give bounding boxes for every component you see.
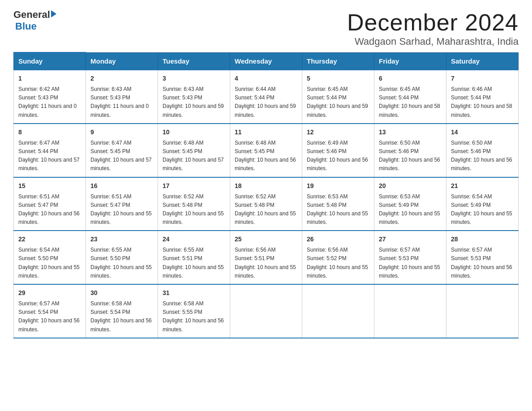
calendar-week-row: 1Sunrise: 6:42 AMSunset: 5:43 PMDaylight… bbox=[14, 70, 519, 124]
calendar-cell bbox=[374, 284, 446, 338]
day-info: Sunrise: 6:44 AMSunset: 5:44 PMDaylight:… bbox=[235, 86, 296, 118]
day-info: Sunrise: 6:58 AMSunset: 5:54 PMDaylight:… bbox=[90, 300, 152, 333]
calendar-cell bbox=[230, 284, 302, 338]
day-number: 3 bbox=[163, 74, 225, 83]
day-info: Sunrise: 6:54 AMSunset: 5:50 PMDaylight:… bbox=[18, 247, 80, 279]
calendar-cell: 3Sunrise: 6:43 AMSunset: 5:43 PMDaylight… bbox=[158, 70, 230, 124]
day-info: Sunrise: 6:54 AMSunset: 5:49 PMDaylight:… bbox=[451, 193, 512, 226]
calendar-cell: 19Sunrise: 6:53 AMSunset: 5:48 PMDayligh… bbox=[302, 177, 374, 231]
calendar-cell bbox=[302, 284, 374, 338]
calendar-header-wednesday: Wednesday bbox=[230, 52, 302, 70]
calendar-cell: 21Sunrise: 6:54 AMSunset: 5:49 PMDayligh… bbox=[446, 177, 519, 231]
calendar-cell: 27Sunrise: 6:57 AMSunset: 5:53 PMDayligh… bbox=[374, 231, 446, 284]
calendar-cell: 14Sunrise: 6:50 AMSunset: 5:46 PMDayligh… bbox=[446, 124, 519, 177]
calendar-header-tuesday: Tuesday bbox=[158, 52, 230, 70]
day-info: Sunrise: 6:51 AMSunset: 5:47 PMDaylight:… bbox=[90, 193, 152, 226]
day-info: Sunrise: 6:52 AMSunset: 5:48 PMDaylight:… bbox=[235, 193, 296, 226]
day-number: 16 bbox=[90, 181, 153, 191]
day-number: 31 bbox=[163, 288, 225, 298]
day-info: Sunrise: 6:48 AMSunset: 5:45 PMDaylight:… bbox=[163, 140, 224, 172]
calendar-header-saturday: Saturday bbox=[446, 52, 519, 70]
calendar-cell: 10Sunrise: 6:48 AMSunset: 5:45 PMDayligh… bbox=[158, 124, 230, 177]
calendar-cell: 24Sunrise: 6:55 AMSunset: 5:51 PMDayligh… bbox=[158, 231, 230, 284]
day-number: 19 bbox=[307, 181, 369, 191]
day-number: 9 bbox=[90, 128, 153, 137]
calendar-cell: 6Sunrise: 6:45 AMSunset: 5:44 PMDaylight… bbox=[374, 70, 446, 124]
calendar-table: SundayMondayTuesdayWednesdayThursdayFrid… bbox=[13, 52, 519, 338]
logo-arrow-icon bbox=[51, 10, 56, 17]
calendar-cell: 18Sunrise: 6:52 AMSunset: 5:48 PMDayligh… bbox=[230, 177, 302, 231]
day-info: Sunrise: 6:58 AMSunset: 5:55 PMDaylight:… bbox=[163, 300, 224, 333]
calendar-cell: 25Sunrise: 6:56 AMSunset: 5:51 PMDayligh… bbox=[230, 231, 302, 284]
day-number: 21 bbox=[451, 181, 514, 191]
day-number: 18 bbox=[235, 181, 297, 191]
day-info: Sunrise: 6:50 AMSunset: 5:46 PMDaylight:… bbox=[379, 140, 440, 172]
day-info: Sunrise: 6:48 AMSunset: 5:45 PMDaylight:… bbox=[235, 140, 296, 172]
day-number: 11 bbox=[235, 128, 297, 137]
day-info: Sunrise: 6:51 AMSunset: 5:47 PMDaylight:… bbox=[18, 193, 80, 226]
calendar-cell: 30Sunrise: 6:58 AMSunset: 5:54 PMDayligh… bbox=[86, 284, 158, 338]
day-info: Sunrise: 6:56 AMSunset: 5:52 PMDaylight:… bbox=[307, 247, 368, 279]
day-info: Sunrise: 6:52 AMSunset: 5:48 PMDaylight:… bbox=[163, 193, 224, 226]
calendar-week-row: 15Sunrise: 6:51 AMSunset: 5:47 PMDayligh… bbox=[14, 177, 519, 231]
calendar-cell: 17Sunrise: 6:52 AMSunset: 5:48 PMDayligh… bbox=[158, 177, 230, 231]
calendar-header-thursday: Thursday bbox=[302, 52, 374, 70]
day-info: Sunrise: 6:42 AMSunset: 5:43 PMDaylight:… bbox=[18, 86, 77, 118]
day-number: 5 bbox=[307, 74, 369, 83]
main-title: December 2024 bbox=[347, 9, 519, 36]
calendar-cell: 9Sunrise: 6:47 AMSunset: 5:45 PMDaylight… bbox=[86, 124, 158, 177]
day-info: Sunrise: 6:56 AMSunset: 5:51 PMDaylight:… bbox=[235, 247, 296, 279]
day-number: 12 bbox=[307, 128, 369, 137]
day-number: 2 bbox=[90, 74, 153, 83]
day-number: 1 bbox=[18, 74, 81, 83]
day-info: Sunrise: 6:53 AMSunset: 5:48 PMDaylight:… bbox=[307, 193, 368, 226]
calendar-cell: 20Sunrise: 6:53 AMSunset: 5:49 PMDayligh… bbox=[374, 177, 446, 231]
calendar-cell: 31Sunrise: 6:58 AMSunset: 5:55 PMDayligh… bbox=[158, 284, 230, 338]
calendar-week-row: 29Sunrise: 6:57 AMSunset: 5:54 PMDayligh… bbox=[14, 284, 519, 338]
day-number: 20 bbox=[379, 181, 442, 191]
day-number: 6 bbox=[379, 74, 442, 83]
day-info: Sunrise: 6:55 AMSunset: 5:50 PMDaylight:… bbox=[90, 247, 152, 279]
calendar-cell: 16Sunrise: 6:51 AMSunset: 5:47 PMDayligh… bbox=[86, 177, 158, 231]
logo-blue-text: Blue bbox=[15, 21, 56, 32]
day-number: 26 bbox=[307, 235, 369, 244]
day-info: Sunrise: 6:46 AMSunset: 5:44 PMDaylight:… bbox=[451, 86, 512, 118]
calendar-cell: 11Sunrise: 6:48 AMSunset: 5:45 PMDayligh… bbox=[230, 124, 302, 177]
day-info: Sunrise: 6:53 AMSunset: 5:49 PMDaylight:… bbox=[379, 193, 440, 226]
day-info: Sunrise: 6:49 AMSunset: 5:46 PMDaylight:… bbox=[307, 140, 368, 172]
day-number: 30 bbox=[90, 288, 153, 298]
day-info: Sunrise: 6:45 AMSunset: 5:44 PMDaylight:… bbox=[379, 86, 440, 118]
calendar-week-row: 8Sunrise: 6:47 AMSunset: 5:44 PMDaylight… bbox=[14, 124, 519, 177]
day-info: Sunrise: 6:47 AMSunset: 5:45 PMDaylight:… bbox=[90, 140, 152, 172]
day-info: Sunrise: 6:57 AMSunset: 5:54 PMDaylight:… bbox=[18, 300, 80, 333]
calendar-week-row: 22Sunrise: 6:54 AMSunset: 5:50 PMDayligh… bbox=[14, 231, 519, 284]
day-number: 29 bbox=[18, 288, 81, 298]
calendar-cell: 28Sunrise: 6:57 AMSunset: 5:53 PMDayligh… bbox=[446, 231, 519, 284]
day-number: 24 bbox=[163, 235, 225, 244]
calendar-cell: 7Sunrise: 6:46 AMSunset: 5:44 PMDaylight… bbox=[446, 70, 519, 124]
calendar-header-sunday: Sunday bbox=[14, 52, 86, 70]
calendar-header-monday: Monday bbox=[86, 52, 158, 70]
logo: General Blue bbox=[13, 9, 56, 32]
day-number: 15 bbox=[18, 181, 81, 191]
day-info: Sunrise: 6:55 AMSunset: 5:51 PMDaylight:… bbox=[163, 247, 224, 279]
calendar-cell: 12Sunrise: 6:49 AMSunset: 5:46 PMDayligh… bbox=[302, 124, 374, 177]
calendar-cell: 5Sunrise: 6:45 AMSunset: 5:44 PMDaylight… bbox=[302, 70, 374, 124]
calendar-cell: 8Sunrise: 6:47 AMSunset: 5:44 PMDaylight… bbox=[14, 124, 86, 177]
calendar-header-friday: Friday bbox=[374, 52, 446, 70]
day-number: 13 bbox=[379, 128, 442, 137]
page-header: General Blue December 2024 Wadgaon Sarha… bbox=[13, 9, 519, 47]
title-block: December 2024 Wadgaon Sarhad, Maharashtr… bbox=[347, 9, 519, 47]
day-number: 23 bbox=[90, 235, 153, 244]
calendar-cell: 15Sunrise: 6:51 AMSunset: 5:47 PMDayligh… bbox=[14, 177, 86, 231]
day-number: 4 bbox=[235, 74, 297, 83]
day-info: Sunrise: 6:43 AMSunset: 5:43 PMDaylight:… bbox=[90, 86, 149, 118]
day-number: 14 bbox=[451, 128, 514, 137]
day-number: 8 bbox=[18, 128, 81, 137]
calendar-header-row: SundayMondayTuesdayWednesdayThursdayFrid… bbox=[14, 52, 519, 70]
day-info: Sunrise: 6:45 AMSunset: 5:44 PMDaylight:… bbox=[307, 86, 368, 118]
day-info: Sunrise: 6:43 AMSunset: 5:43 PMDaylight:… bbox=[163, 86, 224, 118]
day-number: 28 bbox=[451, 235, 514, 244]
day-number: 17 bbox=[163, 181, 225, 191]
day-number: 10 bbox=[163, 128, 225, 137]
